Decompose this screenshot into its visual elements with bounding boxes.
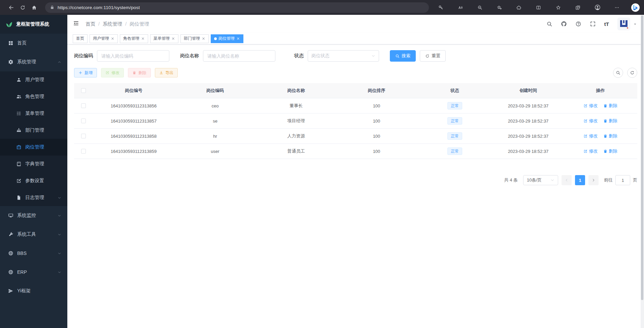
password-key-icon[interactable] bbox=[435, 2, 446, 13]
tab-role-management[interactable]: 角色管理 bbox=[120, 34, 148, 43]
row-edit-label: 修改 bbox=[589, 103, 598, 109]
goto-page-input[interactable] bbox=[615, 175, 630, 185]
close-icon[interactable] bbox=[141, 37, 145, 40]
filter-post-code: 岗位编码 bbox=[74, 50, 169, 62]
sidebar-item-dict-management[interactable]: 字典管理 bbox=[0, 156, 67, 172]
sidebar-group-bbs[interactable]: BBS bbox=[0, 244, 67, 263]
sidebar-group-system-tools[interactable]: 系统工具 bbox=[0, 225, 67, 244]
collections-icon[interactable] bbox=[572, 2, 583, 13]
add-button[interactable]: 新增 bbox=[74, 68, 97, 77]
status-select[interactable]: 岗位状态 bbox=[308, 50, 379, 62]
sidebar-item-role-management[interactable]: 角色管理 bbox=[0, 88, 67, 105]
row-checkbox[interactable] bbox=[81, 119, 86, 123]
sidebar-item-post-management[interactable]: 岗位管理 bbox=[0, 139, 67, 156]
row-checkbox[interactable] bbox=[81, 149, 86, 154]
sidebar-item-label: 用户管理 bbox=[25, 77, 44, 83]
page-size-select[interactable]: 10条/页 bbox=[523, 175, 558, 185]
favorites-icon[interactable] bbox=[552, 2, 564, 13]
scrollbar-thumb[interactable] bbox=[641, 15, 643, 300]
cell-post-name: 董事长 bbox=[256, 103, 336, 109]
close-icon[interactable] bbox=[171, 37, 175, 40]
help-icon[interactable] bbox=[575, 21, 581, 27]
row-delete-link[interactable]: 删除 bbox=[603, 133, 618, 139]
sidebar-item-label: 角色管理 bbox=[25, 94, 44, 100]
address-bar[interactable]: https://ccnetcore.com:1101/system/post bbox=[45, 2, 429, 13]
page-number-button[interactable]: 1 bbox=[575, 175, 585, 185]
sidebar-group-erp[interactable]: ERP bbox=[0, 263, 67, 282]
export-button[interactable]: 导出 bbox=[155, 68, 178, 77]
row-checkbox[interactable] bbox=[81, 103, 86, 108]
browser-refresh-icon[interactable] bbox=[17, 2, 28, 13]
refresh-table-button[interactable] bbox=[627, 68, 637, 78]
close-icon[interactable] bbox=[236, 37, 240, 40]
tab-user-management[interactable]: 用户管理 bbox=[90, 34, 118, 43]
read-aloud-icon[interactable] bbox=[454, 2, 466, 13]
row-edit-link[interactable]: 修改 bbox=[583, 148, 598, 154]
add-favorite-icon[interactable] bbox=[494, 2, 505, 13]
cell-post-id: 1641030593112313857 bbox=[93, 119, 174, 124]
sidebar-group-system-monitor[interactable]: 系统监控 bbox=[0, 206, 67, 225]
browser-home-icon[interactable] bbox=[28, 2, 40, 13]
breadcrumb-system[interactable]: 系统管理 bbox=[103, 21, 127, 27]
font-size-icon[interactable]: tT bbox=[604, 21, 609, 27]
close-icon[interactable] bbox=[202, 37, 205, 40]
sidebar-toggle-icon[interactable] bbox=[73, 20, 81, 28]
search-button[interactable]: 搜索 bbox=[390, 50, 416, 62]
row-delete-label: 删除 bbox=[609, 148, 617, 154]
search-icon[interactable] bbox=[546, 21, 552, 27]
split-screen-icon[interactable] bbox=[533, 2, 544, 13]
tab-menu-management[interactable]: 菜单管理 bbox=[150, 34, 178, 43]
sidebar-item-home[interactable]: 首页 bbox=[0, 34, 67, 53]
bing-icon[interactable] bbox=[631, 3, 640, 12]
reset-button[interactable]: 重置 bbox=[420, 50, 446, 62]
breadcrumb-current: 岗位管理 bbox=[130, 21, 149, 27]
url-text[interactable]: https://ccnetcore.com:1101/system/post bbox=[58, 5, 140, 10]
browser-back-icon[interactable] bbox=[5, 2, 17, 13]
lock-icon bbox=[50, 5, 55, 10]
post-name-input[interactable] bbox=[203, 50, 275, 62]
row-checkbox[interactable] bbox=[81, 134, 86, 138]
tab-post-management[interactable]: 岗位管理 bbox=[211, 34, 243, 43]
extensions-icon[interactable] bbox=[513, 2, 525, 13]
tab-department-management[interactable]: 部门管理 bbox=[180, 34, 209, 43]
sidebar-item-department-management[interactable]: 部门管理 bbox=[0, 122, 67, 139]
breadcrumb-home[interactable]: 首页 bbox=[86, 21, 100, 27]
page-content: 岗位编码 岗位名称 状态 岗位状态 搜索 bbox=[67, 44, 644, 328]
post-code-input[interactable] bbox=[97, 50, 169, 62]
toggle-search-button[interactable] bbox=[613, 68, 623, 78]
download-icon bbox=[159, 71, 163, 75]
row-delete-link[interactable]: 删除 bbox=[603, 148, 618, 154]
search-button-label: 搜索 bbox=[402, 53, 410, 59]
scrollbar-track[interactable] bbox=[641, 15, 644, 328]
app-logo[interactable]: 意框架管理系统 bbox=[0, 15, 67, 34]
row-edit-link[interactable]: 修改 bbox=[583, 133, 598, 139]
next-page-button[interactable] bbox=[588, 175, 599, 185]
total-count: 共 4 条 bbox=[504, 177, 518, 183]
browser-menu-icon[interactable] bbox=[611, 2, 623, 13]
sidebar-item-user-management[interactable]: 用户管理 bbox=[0, 71, 67, 88]
sidebar-item-label: 系统监控 bbox=[17, 212, 36, 219]
sidebar-item-menu-management[interactable]: 菜单管理 bbox=[0, 105, 67, 122]
row-delete-link[interactable]: 删除 bbox=[603, 118, 618, 124]
row-delete-link[interactable]: 删除 bbox=[603, 103, 618, 109]
tab-label: 菜单管理 bbox=[154, 36, 170, 41]
zoom-icon[interactable] bbox=[474, 2, 485, 13]
fullscreen-icon[interactable] bbox=[590, 21, 596, 27]
column-header-post-code: 岗位编码 bbox=[174, 88, 256, 94]
sidebar-item-yi-framework[interactable]: Yi框架 bbox=[0, 282, 67, 300]
close-icon[interactable] bbox=[111, 37, 114, 40]
column-header-actions: 操作 bbox=[564, 88, 637, 94]
browser-profile-icon[interactable] bbox=[592, 2, 603, 13]
sidebar-group-log-management[interactable]: 日志管理 bbox=[0, 189, 67, 206]
chevron-up-icon bbox=[58, 60, 61, 64]
sidebar-group-system-management[interactable]: 系统管理 bbox=[0, 53, 67, 71]
cell-post-code: hr bbox=[174, 134, 256, 139]
select-all-checkbox[interactable] bbox=[81, 88, 86, 93]
tab-home[interactable]: 首页 bbox=[73, 34, 88, 43]
avatar[interactable] bbox=[617, 18, 630, 30]
row-edit-link[interactable]: 修改 bbox=[583, 103, 598, 109]
github-icon[interactable] bbox=[561, 21, 567, 27]
sidebar-item-parameter-settings[interactable]: 参数设置 bbox=[0, 172, 67, 189]
user-menu[interactable] bbox=[617, 18, 637, 30]
row-edit-link[interactable]: 修改 bbox=[583, 118, 598, 124]
